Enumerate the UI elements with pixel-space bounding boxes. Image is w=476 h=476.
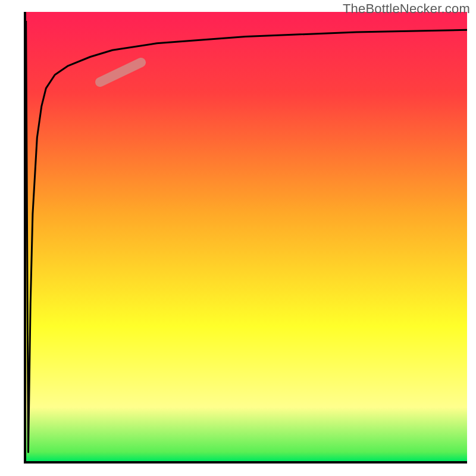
curve-layer [24,12,467,461]
highlight-segment [100,62,141,82]
bottleneck-curve [26,21,467,452]
y-axis [24,12,26,461]
attribution-text: TheBottleNecker.com [343,1,470,17]
bottleneck-chart: TheBottleNecker.com [0,0,476,476]
x-axis [24,461,467,464]
